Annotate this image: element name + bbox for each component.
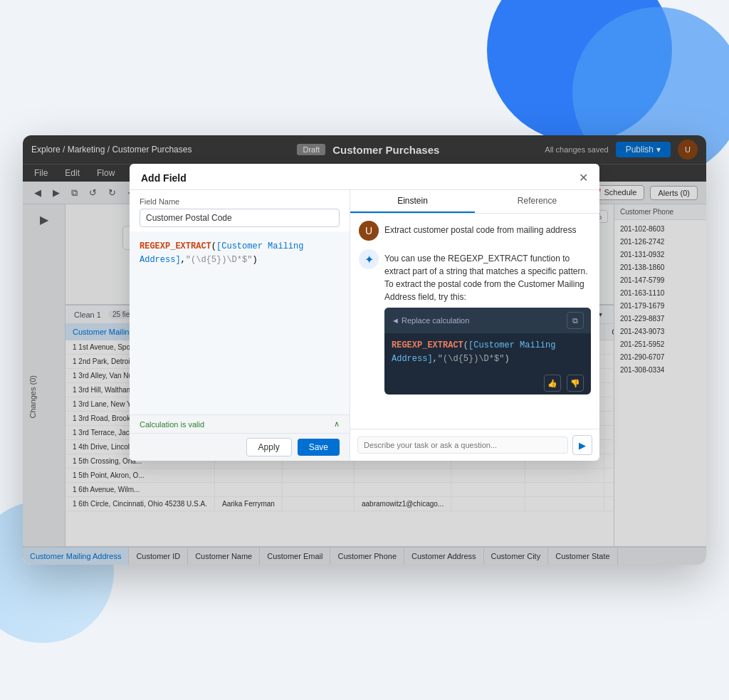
einstein-input[interactable] (357, 437, 568, 454)
formula-editor[interactable]: REGEXP_EXTRACT([Customer MailingAddress]… (130, 231, 350, 414)
modal-title: Add Field (141, 172, 187, 184)
calc-string: "(\d{5})\D*$" (438, 354, 505, 364)
replace-calc-body: REGEXP_EXTRACT([Customer MailingAddress]… (384, 333, 591, 372)
calc-close: ) (504, 354, 509, 364)
tab-einstein[interactable]: Einstein (350, 190, 475, 213)
message-container-2: You can use the REGEXP_EXTRACT function … (384, 249, 591, 395)
calc-keyword: REGEXP_EXTRACT (392, 340, 463, 350)
field-name-section: Field Name (130, 190, 350, 231)
message-text-1: Extract customer postal code from mailin… (384, 221, 576, 236)
replace-calculation-box: ◄ Replace calculation ⧉ REGEXP_EXTRACT([… (384, 308, 591, 395)
replace-calc-footer: 👍 👎 (384, 372, 591, 395)
einstein-panel: Einstein Reference U Extract customer po… (350, 190, 599, 461)
formula-paren: ( (211, 241, 216, 251)
einstein-tabs: Einstein Reference (350, 190, 599, 214)
apply-button[interactable]: Apply (246, 438, 292, 456)
formula-status-text: Calculation is valid (140, 420, 204, 429)
formula-keyword: REGEXP_EXTRACT (140, 241, 211, 251)
modal-actions: Apply Save (130, 433, 350, 461)
formula-status: Calculation is valid ∧ (130, 414, 350, 433)
replace-calc-header: ◄ Replace calculation ⧉ (384, 308, 591, 333)
replace-calc-label: ◄ Replace calculation (392, 316, 469, 325)
formula-string: "(\d{5})\D*$" (186, 255, 253, 265)
formula-comma: , (181, 255, 186, 265)
einstein-send-button[interactable]: ▶ (572, 435, 592, 455)
save-button[interactable]: Save (298, 439, 340, 456)
einstein-message-2: ✦ You can use the REGEXP_EXTRACT functio… (359, 249, 591, 395)
app-window: Explore / Marketing / Customer Purchases… (23, 135, 706, 565)
modal-header: Add Field ✕ (130, 164, 599, 190)
thumbs-up-button[interactable]: 👍 (544, 375, 561, 392)
thumbs-down-button[interactable]: 👎 (567, 375, 584, 392)
modal-overlay: Add Field ✕ Field Name REGEXP_EXTRACT([C… (23, 135, 706, 565)
einstein-input-row: ▶ (350, 429, 599, 461)
formula-status-icon: ∧ (334, 419, 340, 429)
send-icon: ▶ (579, 440, 586, 451)
formula-close-paren: ) (252, 255, 257, 265)
formula-panel: Field Name REGEXP_EXTRACT([Customer Mail… (130, 190, 350, 461)
user-avatar-small: U (359, 221, 379, 241)
copy-calc-button[interactable]: ⧉ (567, 312, 584, 329)
calc-paren: ( (463, 340, 468, 350)
field-name-label: Field Name (140, 197, 340, 206)
ai-avatar: ✦ (359, 249, 379, 269)
tab-reference[interactable]: Reference (475, 190, 599, 213)
calc-comma: , (433, 354, 438, 364)
field-name-input[interactable] (140, 209, 340, 227)
add-field-modal: Add Field ✕ Field Name REGEXP_EXTRACT([C… (130, 164, 599, 461)
einstein-content: U Extract customer postal code from mail… (350, 214, 599, 429)
message-text-2: You can use the REGEXP_EXTRACT function … (384, 249, 591, 303)
modal-body: Field Name REGEXP_EXTRACT([Customer Mail… (130, 190, 599, 461)
modal-close-button[interactable]: ✕ (579, 172, 588, 184)
einstein-message-1: U Extract customer postal code from mail… (359, 221, 591, 241)
